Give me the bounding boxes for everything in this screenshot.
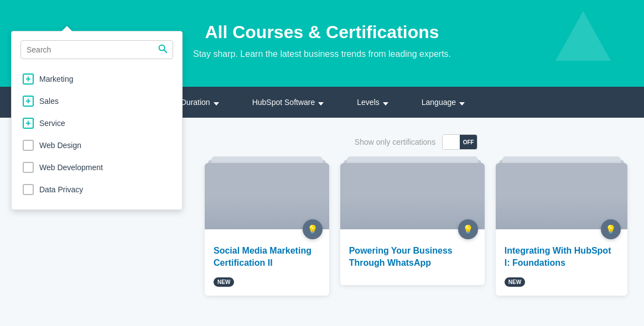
course-title: Social Media Marketing Certification II [214,245,320,270]
sidebar-area: + Marketing + Sales + Service Web Design… [0,118,188,307]
chevron-down-icon [383,99,388,105]
svg-line-1 [164,50,167,53]
category-label: Web Design [39,141,81,150]
search-input[interactable] [27,45,158,54]
course-card-hubspot-integrating[interactable]: 💡 Integrating With HubSpot I: Foundation… [496,163,627,296]
chevron-down-icon [318,99,324,105]
course-title: Integrating With HubSpot I: Foundations [505,245,619,270]
checkbox-plus-icon: + [23,73,34,85]
lightbulb-icon: 💡 [601,219,621,239]
toggle-track [443,135,460,149]
checkbox-plus-icon: + [23,96,34,107]
category-web-development[interactable]: Web Development [20,156,173,178]
dropdown-caret [61,26,72,31]
category-web-design[interactable]: Web Design [20,134,173,156]
course-card[interactable]: 💡 Integrating With HubSpot I: Foundation… [496,163,627,296]
course-title: Powering Your Business Through WhatsApp [349,245,476,270]
new-badge: NEW [505,277,525,287]
categories-dropdown: + Marketing + Sales + Service Web Design… [11,31,183,210]
course-card-whatsapp[interactable]: 💡 Powering Your Business Through WhatsAp… [340,163,485,296]
nav-duration-label: Duration [181,98,210,107]
checkbox-plus-icon: + [23,118,34,129]
nav-language-label: Language [422,98,456,107]
card-body: Social Media Marketing Certification II … [205,229,329,296]
course-cards-row: 💡 Social Media Marketing Certification I… [205,163,627,296]
category-label: Sales [39,97,59,106]
certifications-toggle-label: Show only certifications [355,138,435,146]
checkbox-empty-icon [23,140,34,151]
category-label: Web Development [39,163,103,172]
card-body: Integrating With HubSpot I: Foundations … [496,229,627,296]
toggle-handle: OFF [460,135,477,149]
category-marketing[interactable]: + Marketing [20,68,173,90]
category-data-privacy[interactable]: Data Privacy [20,178,173,201]
main-content: + Marketing + Sales + Service Web Design… [0,118,644,307]
nav-levels-label: Levels [357,98,379,107]
search-icon [158,44,167,53]
course-card[interactable]: 💡 Social Media Marketing Certification I… [205,163,329,296]
nav-hubspot-label: HubSpot Software [252,98,315,107]
certifications-toggle-switch[interactable]: OFF [442,134,477,150]
search-container [20,40,173,59]
lightbulb-icon: 💡 [458,219,478,239]
chevron-down-icon [214,99,219,105]
card-thumbnail: 💡 [496,163,627,229]
category-label: Marketing [39,75,73,83]
category-label: Service [39,119,65,128]
category-label: Data Privacy [39,185,83,194]
certifications-toggle-row: Show only certifications OFF [205,129,627,150]
checkbox-empty-icon [23,162,34,173]
category-sales[interactable]: + Sales [20,90,173,112]
checkbox-empty-icon [23,184,34,195]
nav-language[interactable]: Language [422,87,465,118]
card-thumbnail: 💡 [205,163,329,229]
card-thumbnail: 💡 [340,163,485,229]
lightbulb-icon: 💡 [303,219,323,239]
nav-duration[interactable]: Duration [181,87,219,118]
course-card[interactable]: 💡 Powering Your Business Through WhatsAp… [340,163,485,285]
nav-hubspot-software[interactable]: HubSpot Software [252,87,324,118]
new-badge: NEW [214,277,234,287]
category-service[interactable]: + Service [20,112,173,134]
hero-decoration [555,11,611,61]
course-card-social-media[interactable]: 💡 Social Media Marketing Certification I… [205,163,329,296]
chevron-down-icon [459,99,465,105]
nav-levels[interactable]: Levels [357,87,388,118]
search-button[interactable] [158,44,167,55]
content-area: Show only certifications OFF 💡 Social Me… [188,118,644,307]
